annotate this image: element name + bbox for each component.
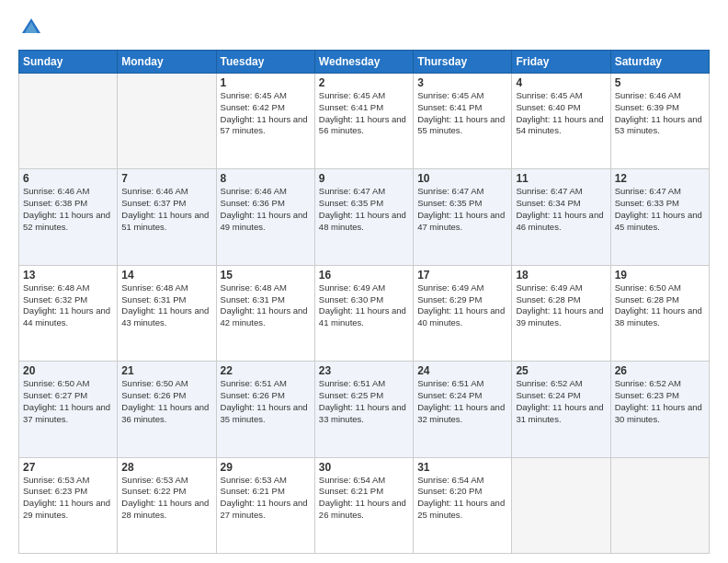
calendar-cell: 28Sunrise: 6:53 AM Sunset: 6:22 PM Dayli…	[118, 457, 216, 553]
day-number: 30	[319, 461, 409, 474]
calendar-cell	[610, 457, 709, 553]
calendar-header-thursday: Thursday	[414, 51, 512, 74]
calendar-cell	[19, 74, 118, 169]
calendar-cell: 10Sunrise: 6:47 AM Sunset: 6:35 PM Dayli…	[414, 169, 512, 265]
day-number: 5	[615, 76, 705, 89]
day-info: Sunrise: 6:45 AM Sunset: 6:41 PM Dayligh…	[319, 90, 406, 135]
calendar-week-row: 6Sunrise: 6:46 AM Sunset: 6:38 PM Daylig…	[19, 169, 710, 265]
day-number: 6	[23, 172, 113, 185]
calendar-header-friday: Friday	[512, 51, 610, 74]
day-info: Sunrise: 6:47 AM Sunset: 6:35 PM Dayligh…	[319, 186, 406, 231]
calendar-cell: 16Sunrise: 6:49 AM Sunset: 6:30 PM Dayli…	[314, 265, 413, 361]
calendar-week-row: 13Sunrise: 6:48 AM Sunset: 6:32 PM Dayli…	[19, 265, 710, 361]
day-number: 22	[221, 364, 311, 377]
calendar-cell: 25Sunrise: 6:52 AM Sunset: 6:24 PM Dayli…	[512, 362, 610, 457]
calendar-cell: 3Sunrise: 6:45 AM Sunset: 6:41 PM Daylig…	[414, 74, 512, 169]
calendar-cell: 6Sunrise: 6:46 AM Sunset: 6:38 PM Daylig…	[19, 169, 118, 265]
day-info: Sunrise: 6:52 AM Sunset: 6:23 PM Dayligh…	[615, 378, 702, 423]
day-info: Sunrise: 6:46 AM Sunset: 6:38 PM Dayligh…	[23, 186, 110, 231]
day-number: 23	[319, 364, 409, 377]
day-info: Sunrise: 6:47 AM Sunset: 6:33 PM Dayligh…	[615, 186, 702, 231]
calendar-cell: 4Sunrise: 6:45 AM Sunset: 6:40 PM Daylig…	[512, 74, 610, 169]
calendar-cell: 29Sunrise: 6:53 AM Sunset: 6:21 PM Dayli…	[216, 457, 314, 553]
day-number: 9	[319, 172, 409, 185]
calendar-cell: 7Sunrise: 6:46 AM Sunset: 6:37 PM Daylig…	[118, 169, 216, 265]
day-info: Sunrise: 6:50 AM Sunset: 6:26 PM Dayligh…	[121, 378, 209, 423]
day-info: Sunrise: 6:54 AM Sunset: 6:21 PM Dayligh…	[319, 475, 406, 520]
day-info: Sunrise: 6:47 AM Sunset: 6:35 PM Dayligh…	[417, 186, 505, 231]
calendar-cell: 30Sunrise: 6:54 AM Sunset: 6:21 PM Dayli…	[314, 457, 413, 553]
day-number: 11	[516, 172, 606, 185]
calendar-cell: 31Sunrise: 6:54 AM Sunset: 6:20 PM Dayli…	[414, 457, 512, 553]
calendar-cell: 1Sunrise: 6:45 AM Sunset: 6:42 PM Daylig…	[216, 74, 314, 169]
calendar-cell: 11Sunrise: 6:47 AM Sunset: 6:34 PM Dayli…	[512, 169, 610, 265]
day-number: 13	[23, 269, 113, 282]
calendar-header-saturday: Saturday	[610, 51, 709, 74]
calendar-cell: 26Sunrise: 6:52 AM Sunset: 6:23 PM Dayli…	[610, 362, 709, 457]
page: SundayMondayTuesdayWednesdayThursdayFrid…	[0, 0, 728, 563]
day-info: Sunrise: 6:53 AM Sunset: 6:21 PM Dayligh…	[221, 475, 308, 520]
calendar-header-wednesday: Wednesday	[314, 51, 413, 74]
calendar-cell: 13Sunrise: 6:48 AM Sunset: 6:32 PM Dayli…	[19, 265, 118, 361]
calendar-cell: 15Sunrise: 6:48 AM Sunset: 6:31 PM Dayli…	[216, 265, 314, 361]
day-info: Sunrise: 6:48 AM Sunset: 6:31 PM Dayligh…	[121, 282, 209, 327]
day-number: 21	[121, 364, 211, 377]
day-number: 10	[417, 172, 507, 185]
calendar-cell: 20Sunrise: 6:50 AM Sunset: 6:27 PM Dayli…	[19, 362, 118, 457]
day-number: 14	[121, 269, 211, 282]
calendar-cell: 19Sunrise: 6:50 AM Sunset: 6:28 PM Dayli…	[610, 265, 709, 361]
day-number: 16	[319, 269, 409, 282]
day-info: Sunrise: 6:49 AM Sunset: 6:28 PM Dayligh…	[516, 282, 603, 327]
calendar-header-tuesday: Tuesday	[216, 51, 314, 74]
calendar-cell: 24Sunrise: 6:51 AM Sunset: 6:24 PM Dayli…	[414, 362, 512, 457]
day-number: 1	[221, 76, 311, 89]
calendar-cell: 5Sunrise: 6:46 AM Sunset: 6:39 PM Daylig…	[610, 74, 709, 169]
day-info: Sunrise: 6:47 AM Sunset: 6:34 PM Dayligh…	[516, 186, 603, 231]
day-info: Sunrise: 6:51 AM Sunset: 6:24 PM Dayligh…	[417, 378, 505, 423]
calendar-week-row: 1Sunrise: 6:45 AM Sunset: 6:42 PM Daylig…	[19, 74, 710, 169]
calendar-cell: 14Sunrise: 6:48 AM Sunset: 6:31 PM Dayli…	[118, 265, 216, 361]
calendar-cell: 22Sunrise: 6:51 AM Sunset: 6:26 PM Dayli…	[216, 362, 314, 457]
calendar-table: SundayMondayTuesdayWednesdayThursdayFrid…	[18, 50, 710, 554]
day-number: 4	[516, 76, 606, 89]
day-info: Sunrise: 6:49 AM Sunset: 6:29 PM Dayligh…	[417, 282, 505, 327]
day-number: 26	[615, 364, 705, 377]
day-number: 15	[221, 269, 311, 282]
day-number: 19	[615, 269, 705, 282]
calendar-cell	[512, 457, 610, 553]
day-info: Sunrise: 6:46 AM Sunset: 6:36 PM Dayligh…	[221, 186, 308, 231]
day-info: Sunrise: 6:50 AM Sunset: 6:28 PM Dayligh…	[615, 282, 702, 327]
calendar-header-monday: Monday	[118, 51, 216, 74]
calendar-cell: 21Sunrise: 6:50 AM Sunset: 6:26 PM Dayli…	[118, 362, 216, 457]
calendar-cell: 18Sunrise: 6:49 AM Sunset: 6:28 PM Dayli…	[512, 265, 610, 361]
calendar-cell	[118, 74, 216, 169]
day-info: Sunrise: 6:45 AM Sunset: 6:41 PM Dayligh…	[417, 90, 505, 135]
day-number: 2	[319, 76, 409, 89]
day-info: Sunrise: 6:49 AM Sunset: 6:30 PM Dayligh…	[319, 282, 406, 327]
calendar-cell: 17Sunrise: 6:49 AM Sunset: 6:29 PM Dayli…	[414, 265, 512, 361]
calendar-cell: 12Sunrise: 6:47 AM Sunset: 6:33 PM Dayli…	[610, 169, 709, 265]
day-info: Sunrise: 6:51 AM Sunset: 6:26 PM Dayligh…	[221, 378, 308, 423]
day-info: Sunrise: 6:54 AM Sunset: 6:20 PM Dayligh…	[417, 475, 505, 520]
calendar-cell: 27Sunrise: 6:53 AM Sunset: 6:23 PM Dayli…	[19, 457, 118, 553]
day-info: Sunrise: 6:46 AM Sunset: 6:37 PM Dayligh…	[121, 186, 209, 231]
calendar-cell: 9Sunrise: 6:47 AM Sunset: 6:35 PM Daylig…	[314, 169, 413, 265]
day-number: 7	[121, 172, 211, 185]
day-number: 24	[417, 364, 507, 377]
day-info: Sunrise: 6:46 AM Sunset: 6:39 PM Dayligh…	[615, 90, 702, 135]
day-info: Sunrise: 6:45 AM Sunset: 6:42 PM Dayligh…	[221, 90, 308, 135]
day-number: 12	[615, 172, 705, 185]
logo-icon	[18, 15, 44, 40]
calendar-week-row: 20Sunrise: 6:50 AM Sunset: 6:27 PM Dayli…	[19, 362, 710, 457]
day-info: Sunrise: 6:48 AM Sunset: 6:31 PM Dayligh…	[221, 282, 308, 327]
day-info: Sunrise: 6:53 AM Sunset: 6:22 PM Dayligh…	[121, 475, 209, 520]
day-number: 20	[23, 364, 113, 377]
header	[18, 15, 710, 40]
day-number: 29	[221, 461, 311, 474]
calendar-cell: 23Sunrise: 6:51 AM Sunset: 6:25 PM Dayli…	[314, 362, 413, 457]
day-number: 8	[221, 172, 311, 185]
day-info: Sunrise: 6:45 AM Sunset: 6:40 PM Dayligh…	[516, 90, 603, 135]
day-info: Sunrise: 6:50 AM Sunset: 6:27 PM Dayligh…	[23, 378, 110, 423]
day-number: 31	[417, 461, 507, 474]
day-number: 3	[417, 76, 507, 89]
